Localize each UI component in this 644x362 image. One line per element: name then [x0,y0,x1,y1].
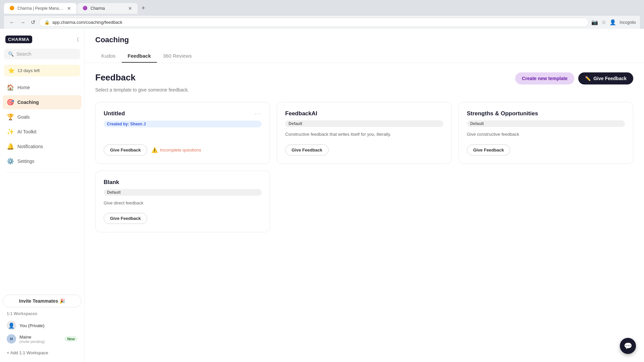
card-untitled: Untitled ··· Created by: Sheen J Give Fe… [95,102,270,164]
create-template-button[interactable]: Create new template [515,72,574,84]
sidebar-item-label-settings: Settings [17,159,35,164]
card-blank-title: Blank [104,179,119,186]
workspace-maine[interactable]: M Maine (Invite pending) New [7,332,77,346]
search-bar[interactable]: 🔍 Search [4,49,80,59]
tab-kudos[interactable]: Kudos [95,50,122,63]
avatar-maine: M [7,334,16,344]
browser-tab-2[interactable]: 🟣 Charma ✕ [77,3,138,14]
sidebar-item-home[interactable]: 🏠 Home [3,80,82,95]
card-blank-header: Blank [104,179,262,186]
goals-icon: 🏆 [7,113,14,121]
content-title: Feedback [95,72,136,83]
card-strengths-action-button[interactable]: Give Feedback [467,144,511,156]
card-feedbackai: FeedbackAI Default Constructive feedback… [277,102,451,164]
workspace-section: 1:1 Workspaces 👤 You (Private) M Maine (… [3,311,82,358]
new-tab-button[interactable]: + [138,3,149,14]
tab-feedback[interactable]: Feedback [122,50,157,63]
warning-text: Incomplete questions [160,147,201,153]
home-icon: 🏠 [7,84,14,91]
search-icon: 🔍 [8,51,14,57]
forward-button[interactable]: → [19,18,27,27]
card-untitled-badge: Created by: Sheen J [104,121,262,127]
browser-toolbar: ← → ↺ 🔒 app.charma.com/coaching/feedback… [4,16,640,29]
browser-tab-1[interactable]: 🟠 Charma | People Management S... ✕ [4,3,76,14]
tab1-favicon: 🟠 [9,6,15,11]
main-header: Coaching Kudos Feedback 360 Reviews [85,29,644,63]
give-feedback-icon: ✏️ [585,76,591,81]
card-untitled-desc [104,131,262,138]
tab2-favicon: 🟣 [83,6,88,11]
workspace-you[interactable]: 👤 You (Private) [7,319,77,332]
card-strengths: Strengths & Opportunities Default Give c… [459,102,633,164]
main-content: Coaching Kudos Feedback 360 Reviews Feed… [85,29,644,362]
invite-teammates-button[interactable]: Invite Teammates 🎉 [3,295,82,307]
sidebar-item-ai-toolkit[interactable]: ✨ AI Toolkit [3,125,82,139]
card-blank: Blank Default Give direct feedback Give … [95,171,270,233]
trial-badge: ⭐ 13 days left [4,65,80,76]
workspace-maine-info: Maine (Invite pending) [19,335,61,344]
content-header: Feedback Create new template ✏️ Give Fee… [95,72,633,84]
add-workspace-label: + Add 1:1 Workspace [7,350,48,355]
workspace-name-you: You (Private) [19,323,45,328]
search-placeholder: Search [16,51,31,57]
camera-icon[interactable]: 📷 [591,19,598,25]
card-untitled-title: Untitled [104,110,125,117]
trial-icon: ⭐ [8,67,15,74]
cards-grid-row1: Untitled ··· Created by: Sheen J Give Fe… [95,102,633,164]
card-untitled-header: Untitled ··· [104,110,262,117]
tab2-close[interactable]: ✕ [128,6,132,11]
sidebar-item-goals[interactable]: 🏆 Goals [3,110,82,124]
workspace-you-name: You (Private) [19,323,45,328]
workspace-maine-name: Maine [19,335,61,340]
card-blank-action-button[interactable]: Give Feedback [104,213,147,224]
incognito-label: Incognito [620,20,636,25]
sidebar-logo-area: CHARMA ⟨ [0,33,84,49]
card-untitled-footer: Give Feedback ⚠️ Incomplete questions [104,144,262,156]
refresh-button[interactable]: ↺ [30,18,37,27]
sidebar-item-coaching[interactable]: 🎯 Coaching [3,95,82,109]
sidebar-item-label-ai-toolkit: AI Toolkit [17,129,37,134]
card-untitled-action-button[interactable]: Give Feedback [104,144,147,156]
card-feedbackai-title: FeedbackAI [285,110,317,117]
back-button[interactable]: ← [8,18,16,27]
give-feedback-label: Give Feedback [593,76,627,81]
sidebar: CHARMA ⟨ 🔍 Search ⭐ 13 days left 🏠 Home … [0,29,85,362]
content-subtitle: Select a template to give someone feedba… [95,87,633,93]
sidebar-divider [5,172,79,173]
tab-360-reviews[interactable]: 360 Reviews [157,50,198,63]
profile-menu-icon[interactable]: 👤 [609,19,616,25]
sidebar-item-settings[interactable]: ⚙️ Settings [3,154,82,168]
sidebar-item-notifications[interactable]: 🔔 Notifications [3,139,82,154]
app-container: CHARMA ⟨ 🔍 Search ⭐ 13 days left 🏠 Home … [0,29,644,362]
header-actions: Create new template ✏️ Give Feedback [515,72,633,84]
trial-label: 13 days left [17,68,40,73]
card-blank-badge: Default [104,189,262,196]
incomplete-warning: ⚠️ Incomplete questions [151,147,201,153]
give-feedback-header-button[interactable]: ✏️ Give Feedback [578,72,633,84]
address-bar[interactable]: 🔒 app.charma.com/coaching/feedback [39,18,589,27]
browser-tabs: 🟠 Charma | People Management S... ✕ 🟣 Ch… [4,3,640,14]
card-strengths-footer: Give Feedback [467,144,625,156]
tab1-close[interactable]: ✕ [67,6,71,11]
notifications-icon: 🔔 [7,143,14,150]
tabs-bar: Kudos Feedback 360 Reviews [95,50,633,63]
card-blank-footer: Give Feedback [104,213,262,224]
new-badge-maine: New [64,336,77,342]
card-strengths-header: Strengths & Opportunities [467,110,625,117]
card-strengths-title: Strengths & Opportunities [467,110,538,117]
tab2-title: Charma [91,6,105,11]
avatar-you: 👤 [7,321,16,330]
chat-bubble-button[interactable]: 💬 [620,338,636,354]
card-feedbackai-header: FeedbackAI [285,110,443,117]
sidebar-item-label-home: Home [17,85,30,90]
sidebar-item-label-goals: Goals [17,114,30,120]
card-blank-desc: Give direct feedback [104,200,262,206]
sidebar-collapse-button[interactable]: ⟨ [77,36,79,43]
card-feedbackai-action-button[interactable]: Give Feedback [285,144,329,156]
bookmark-icon[interactable]: ☆ [601,19,606,25]
content-area: Feedback Create new template ✏️ Give Fee… [85,63,644,242]
card-untitled-menu[interactable]: ··· [255,110,262,117]
add-workspace-button[interactable]: + Add 1:1 Workspace [7,348,77,358]
settings-icon: ⚙️ [7,158,14,165]
cards-grid-row2: Blank Default Give direct feedback Give … [95,171,633,233]
